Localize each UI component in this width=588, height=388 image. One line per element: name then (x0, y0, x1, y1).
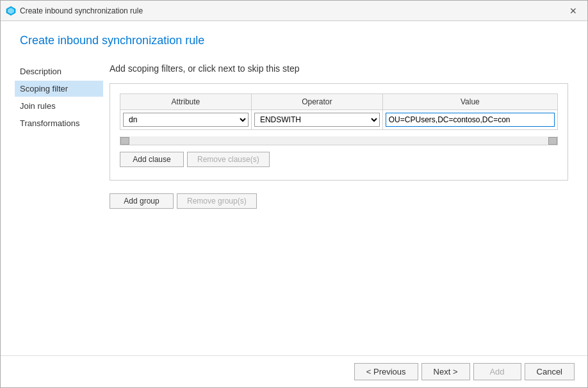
sidebar: Description Scoping filter Join rules Tr… (1, 54, 103, 355)
cancel-button[interactable]: Cancel (525, 363, 575, 380)
value-input[interactable] (386, 113, 555, 127)
add-clause-button[interactable]: Add clause (120, 152, 184, 167)
operator-cell: ENDSWITH (251, 110, 382, 130)
page-title: Create inbound synchronization rule (1, 21, 587, 54)
filter-container: Attribute Operator Value dn (110, 83, 568, 181)
clause-buttons: Add clause Remove clause(s) (120, 152, 558, 167)
next-button[interactable]: Next > (421, 363, 470, 380)
close-button[interactable]: ✕ (564, 2, 582, 20)
operator-select[interactable]: ENDSWITH (254, 113, 380, 127)
main-content: Description Scoping filter Join rules Tr… (1, 54, 587, 355)
attribute-cell: dn (120, 110, 252, 130)
step-title: Add scoping filters, or click next to sk… (110, 63, 568, 74)
content-area: Create inbound synchronization rule Desc… (1, 21, 587, 355)
right-panel: Add scoping filters, or click next to sk… (103, 54, 587, 355)
sidebar-item-scoping-filter[interactable]: Scoping filter (15, 81, 103, 97)
add-group-button[interactable]: Add group (110, 193, 174, 209)
horizontal-scrollbar[interactable] (120, 136, 558, 145)
attribute-select[interactable]: dn (123, 113, 249, 127)
previous-button[interactable]: < Previous (354, 363, 418, 380)
col-header-value: Value (382, 94, 557, 110)
table-row: dn ENDSWITH (120, 110, 558, 130)
filter-table: Attribute Operator Value dn (120, 93, 558, 130)
col-header-operator: Operator (251, 94, 382, 110)
sidebar-item-join-rules[interactable]: Join rules (20, 98, 103, 114)
sidebar-item-description[interactable]: Description (20, 63, 103, 79)
group-buttons: Add group Remove group(s) (110, 193, 568, 209)
col-header-attribute: Attribute (120, 94, 252, 110)
add-button[interactable]: Add (473, 363, 521, 380)
main-window: Create inbound synchronization rule ✕ Cr… (0, 0, 588, 388)
remove-clause-button[interactable]: Remove clause(s) (187, 152, 270, 167)
sidebar-item-transformations[interactable]: Transformations (20, 115, 103, 131)
title-bar-text: Create inbound synchronization rule (20, 6, 564, 15)
app-icon (6, 6, 16, 16)
title-bar: Create inbound synchronization rule ✕ (1, 1, 587, 21)
footer: < Previous Next > Add Cancel (1, 355, 587, 387)
remove-group-button[interactable]: Remove group(s) (177, 193, 257, 209)
value-cell (382, 110, 557, 130)
